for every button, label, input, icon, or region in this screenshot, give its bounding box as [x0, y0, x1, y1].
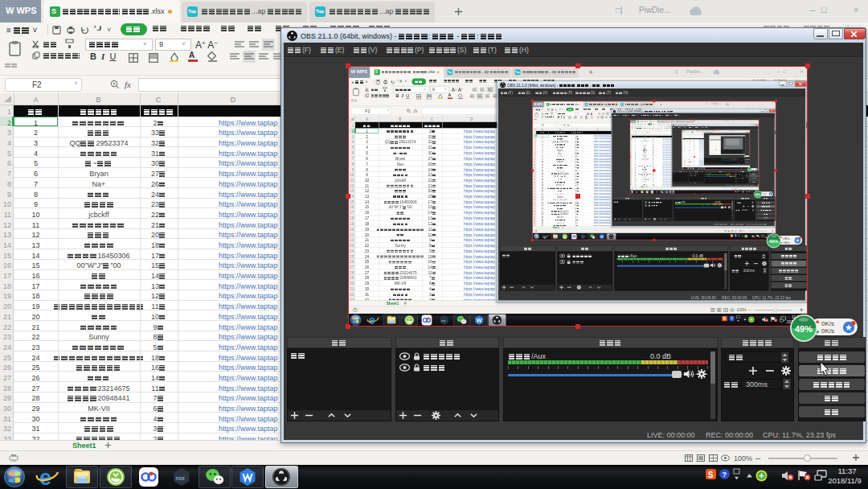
svg-text:?: ? — [723, 471, 727, 479]
svg-text:S: S — [708, 471, 714, 479]
svg-text:e: e — [39, 466, 51, 488]
svg-text:49%: 49% — [795, 324, 813, 334]
svg-text:nox: nox — [176, 475, 186, 481]
